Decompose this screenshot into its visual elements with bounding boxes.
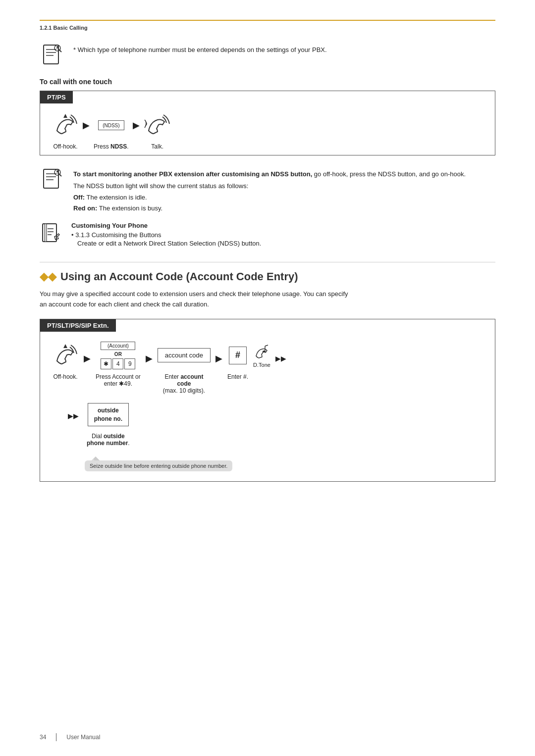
svg-line-14	[59, 174, 61, 176]
arrow-1: ▶	[83, 111, 90, 139]
account-code-vis: account code	[158, 342, 211, 369]
svg-line-5	[59, 50, 61, 52]
svg-line-25	[265, 345, 268, 346]
note2-red-rest: The extension is busy.	[97, 204, 162, 212]
svg-rect-0	[44, 45, 58, 64]
arrow-2: ▶	[133, 111, 140, 139]
step-offhook: Off-hook.	[52, 111, 79, 150]
account-key-vis: (Account) OR ✱ 4 9	[101, 342, 135, 369]
proc-box-ptps: PT/PS	[40, 91, 495, 155]
hash-key: #	[229, 347, 247, 364]
proc-box-header-account: PT/SLT/PS/SIP Extn.	[40, 319, 116, 332]
diamond-icons: ◆◆	[40, 270, 56, 283]
account-section-title: ◆◆ Using an Account Code (Account Code E…	[40, 270, 495, 283]
note-content-2: To start monitoring another PBX extensio…	[73, 167, 466, 213]
arrow-acc-1: ▶	[84, 342, 91, 369]
step-hash: # Enter #.	[227, 342, 248, 380]
note2-line3: Off: The extension is idle.	[73, 193, 466, 202]
footer-manual-label: User Manual	[66, 734, 100, 741]
one-touch-title: To call with one touch	[40, 78, 495, 86]
step-account-code: account code Enter account code (max. 10…	[158, 342, 211, 394]
step-offhook-acc: Off-hook.	[52, 342, 79, 380]
svg-rect-9	[44, 169, 58, 188]
note2-line2: The NDSS button light will show the curr…	[73, 181, 466, 191]
note2-red-bold: Red on:	[73, 204, 97, 212]
account-steps-row-2: ▶▶ outside phone no. Dial outsidephone n…	[40, 399, 495, 454]
svg-point-24	[263, 351, 266, 353]
key-4: 4	[112, 358, 123, 369]
ref-desc: Create or edit a Network Direct Station …	[77, 240, 261, 247]
enter-account-label: Enter account code (max. 10 digits).	[159, 373, 209, 394]
step-press-account: (Account) OR ✱ 4 9 Press Account or ente…	[96, 342, 141, 387]
outside-phone-label: Dial outsidephone number.	[87, 433, 130, 447]
talk-label: Talk.	[151, 143, 163, 150]
account-title-text: Using an Account Code (Account Code Entr…	[60, 270, 298, 283]
ndss-label: Press NDSS.	[94, 143, 129, 150]
ndss-key-box: (NDSS)	[98, 120, 124, 130]
offhook-label: Off-hook.	[53, 143, 77, 150]
svg-point-15	[56, 170, 58, 172]
talk-icon	[144, 111, 171, 139]
dbl-arrow-1: ▶▶	[275, 342, 286, 369]
footer-page-number: 34	[40, 734, 46, 741]
svg-point-6	[56, 46, 58, 48]
account-key-btn: (Account)	[101, 342, 135, 350]
dtone-vis: D.Tone	[253, 342, 270, 369]
account-code-box: account code	[158, 348, 211, 362]
star-49-keys: ✱ 4 9	[101, 358, 135, 369]
step-ndss: (NDSS) Press NDSS.	[94, 111, 129, 150]
press-account-label: Press Account or enter ✱49.	[96, 373, 141, 387]
proc-box-account: PT/SLT/PS/SIP Extn. Off-hook. ▶	[40, 319, 495, 482]
tooltip-bubble: Seize outside line before entering outsi…	[85, 460, 232, 471]
note2-line4: Red on: The extension is busy.	[73, 203, 466, 213]
note-icon-2	[40, 167, 65, 193]
note-icon-1	[40, 43, 65, 69]
account-steps-row: Off-hook. ▶ (Account) OR ✱ 4 9	[40, 332, 495, 399]
ref-heading: Customising Your Phone	[71, 222, 261, 229]
dbl-arrow-2: ▶▶	[68, 401, 79, 431]
steps-row-ptps: Off-hook. ▶ (NDSS) Press NDSS. ▶	[40, 103, 495, 155]
tooltip-container: Seize outside line before entering outsi…	[85, 456, 232, 471]
note-block-1: * Which type of telephone number must be…	[40, 43, 495, 69]
footer-divider	[56, 733, 56, 741]
note2-off-rest: The extension is idle.	[85, 194, 147, 201]
section-heading: 1.2.1 Basic Calling	[40, 20, 495, 31]
note-bullet-1: * Which type of telephone number must be…	[73, 46, 327, 53]
svg-rect-17	[45, 224, 47, 242]
offhook-acc-label: Off-hook.	[53, 373, 77, 380]
arrow-acc-3: ▶	[215, 342, 222, 369]
footer: 34 User Manual	[40, 733, 495, 741]
note-content-1: * Which type of telephone number must be…	[73, 43, 327, 55]
outside-phone-box: outside phone no.	[88, 403, 129, 427]
ref-icon	[40, 222, 63, 246]
tooltip-area: Seize outside line before entering outsi…	[40, 454, 495, 481]
dtone-label: D.Tone	[253, 362, 270, 368]
account-desc: You may give a specified account code to…	[40, 289, 495, 310]
note-block-2: To start monitoring another PBX extensio…	[40, 167, 495, 213]
key-9: 9	[124, 358, 135, 369]
ref-item: • 3.1.3 Customising the Buttons	[71, 231, 261, 239]
arrow-acc-2: ▶	[146, 342, 153, 369]
step-talk: Talk.	[144, 111, 171, 150]
ref-block: Customising Your Phone • 3.1.3 Customisi…	[40, 222, 495, 247]
ref-content: Customising Your Phone • 3.1.3 Customisi…	[71, 222, 261, 247]
or-label: OR	[114, 352, 122, 357]
ndss-key-vis: (NDSS)	[98, 111, 124, 139]
step-dtone: D.Tone	[253, 342, 270, 369]
hash-vis: #	[229, 342, 247, 369]
note2-bold: To start monitoring another PBX extensio…	[73, 170, 312, 178]
note2-rest: go off-hook, press the NDSS button, and …	[312, 170, 466, 178]
step-outside-phone: outside phone no. Dial outsidephone numb…	[87, 401, 130, 447]
offhook-acc-icon	[52, 342, 79, 369]
offhook-icon	[52, 111, 79, 139]
note2-line1: To start monitoring another PBX extensio…	[73, 169, 466, 179]
section-heading-label: 1.2.1 Basic Calling	[40, 25, 88, 31]
outside-phone-vis: outside phone no.	[88, 401, 129, 429]
key-star: ✱	[101, 358, 111, 369]
proc-box-header-ptps: PT/PS	[40, 91, 73, 103]
hash-label: Enter #.	[227, 373, 248, 380]
ndss-key-label: (NDSS)	[103, 123, 119, 128]
note2-off-bold: Off:	[73, 194, 85, 201]
one-touch-section: To call with one touch PT/PS	[40, 78, 495, 155]
